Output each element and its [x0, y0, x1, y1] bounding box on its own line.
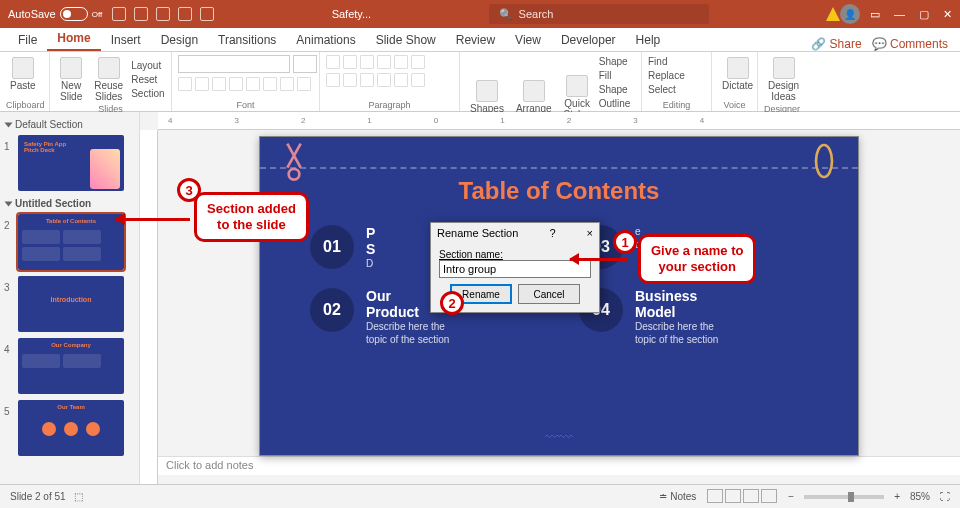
- thumb-row-5[interactable]: 5 Our Team: [0, 398, 139, 460]
- reuse-slides-button[interactable]: Reuse Slides: [90, 55, 127, 104]
- autosave-switch-icon[interactable]: [60, 7, 88, 21]
- slide-thumb-3[interactable]: Introduction: [18, 276, 124, 332]
- layout-button[interactable]: Layout: [131, 59, 164, 73]
- tab-home[interactable]: Home: [47, 27, 100, 51]
- annotation-circle-3: 3: [177, 178, 201, 202]
- slide-title[interactable]: Table of Contents: [260, 137, 858, 205]
- align-right-icon[interactable]: [360, 73, 374, 87]
- paste-button[interactable]: Paste: [6, 55, 40, 93]
- tab-slide-show[interactable]: Slide Show: [366, 29, 446, 51]
- arrange-icon: [523, 80, 545, 102]
- reset-button[interactable]: Reset: [131, 73, 164, 87]
- align-left-icon[interactable]: [326, 73, 340, 87]
- ribbon-font: Font: [172, 52, 320, 111]
- indent-inc-icon[interactable]: [377, 55, 391, 69]
- sorter-view-icon[interactable]: [725, 489, 741, 503]
- find-button[interactable]: Find: [648, 55, 685, 69]
- dashed-line-decoration: [260, 167, 858, 169]
- warning-icon[interactable]: [826, 7, 840, 21]
- shadow-icon[interactable]: [246, 77, 260, 91]
- slide-thumb-1[interactable]: Safety Pin App Pitch Deck: [18, 135, 124, 191]
- save-icon[interactable]: [112, 7, 126, 21]
- notes-toggle[interactable]: ≐ Notes: [659, 491, 696, 502]
- arrange-button[interactable]: Arrange: [512, 78, 556, 116]
- select-button[interactable]: Select: [648, 83, 685, 97]
- zoom-in-icon[interactable]: +: [894, 491, 900, 502]
- section-button[interactable]: Section: [131, 87, 164, 101]
- font-size-field[interactable]: [293, 55, 317, 73]
- tab-file[interactable]: File: [8, 29, 47, 51]
- zoom-level[interactable]: 85%: [910, 491, 930, 502]
- comments-button[interactable]: 💬 Comments: [872, 37, 948, 51]
- maximize-icon[interactable]: ▢: [919, 8, 929, 21]
- shape-fill-button[interactable]: Shape Fill: [599, 55, 635, 83]
- numbering-icon[interactable]: [343, 55, 357, 69]
- font-name-field[interactable]: [178, 55, 290, 73]
- document-name[interactable]: Safety...: [332, 8, 372, 20]
- thumb-row-4[interactable]: 4 Our Company: [0, 336, 139, 398]
- design-ideas-button[interactable]: Design Ideas: [764, 55, 803, 104]
- strike-icon[interactable]: [229, 77, 243, 91]
- indent-dec-icon[interactable]: [360, 55, 374, 69]
- section-untitled[interactable]: Untitled Section: [0, 195, 139, 212]
- qat-dropdown-icon[interactable]: [200, 7, 214, 21]
- redo-icon[interactable]: [156, 7, 170, 21]
- zoom-out-icon[interactable]: −: [788, 491, 794, 502]
- dictate-button[interactable]: Dictate: [718, 55, 757, 93]
- reading-view-icon[interactable]: [743, 489, 759, 503]
- font-color-icon[interactable]: [297, 77, 311, 91]
- replace-button[interactable]: Replace: [648, 69, 685, 83]
- justify-icon[interactable]: [377, 73, 391, 87]
- section-default[interactable]: Default Section: [0, 116, 139, 133]
- annotation-arrow-1: [570, 258, 628, 261]
- bullets-icon[interactable]: [326, 55, 340, 69]
- normal-view-icon[interactable]: [707, 489, 723, 503]
- spacing-icon[interactable]: [263, 77, 277, 91]
- ribbon-drawing: Shapes Arrange Quick Styles Shape Fill S…: [460, 52, 642, 111]
- text-dir-icon[interactable]: [411, 55, 425, 69]
- cancel-button[interactable]: Cancel: [518, 284, 580, 304]
- tab-help[interactable]: Help: [626, 29, 671, 51]
- underline-icon[interactable]: [212, 77, 226, 91]
- undo-icon[interactable]: [134, 7, 148, 21]
- slide-thumb-4[interactable]: Our Company: [18, 338, 124, 394]
- line-spacing-icon[interactable]: [394, 55, 408, 69]
- minimize-icon[interactable]: —: [894, 8, 905, 21]
- notes-pane[interactable]: Click to add notes: [158, 456, 960, 475]
- columns-icon[interactable]: [394, 73, 408, 87]
- thumb-row-3[interactable]: 3 Introduction: [0, 274, 139, 336]
- user-avatar[interactable]: 👤: [840, 4, 860, 24]
- shape-outline-button[interactable]: Shape Outline: [599, 83, 635, 111]
- toc-item-04[interactable]: 04 Business ModelDescribe here the topic…: [579, 288, 808, 346]
- fit-slide-icon[interactable]: ⛶: [940, 491, 950, 502]
- align-center-icon[interactable]: [343, 73, 357, 87]
- tab-insert[interactable]: Insert: [101, 29, 151, 51]
- shapes-button[interactable]: Shapes: [466, 78, 508, 116]
- tab-view[interactable]: View: [505, 29, 551, 51]
- tab-design[interactable]: Design: [151, 29, 208, 51]
- italic-icon[interactable]: [195, 77, 209, 91]
- autosave-toggle[interactable]: AutoSave Off: [8, 7, 102, 21]
- accessibility-icon[interactable]: ⬚: [74, 491, 83, 502]
- slide-thumb-2[interactable]: Table of Contents: [18, 214, 124, 270]
- tab-animations[interactable]: Animations: [286, 29, 365, 51]
- slideshow-view-icon[interactable]: [761, 489, 777, 503]
- tab-developer[interactable]: Developer: [551, 29, 626, 51]
- close-icon[interactable]: ✕: [943, 8, 952, 21]
- thumb-row-1[interactable]: 1 Safety Pin App Pitch Deck: [0, 133, 139, 195]
- zoom-slider[interactable]: [804, 495, 884, 499]
- new-slide-button[interactable]: New Slide: [56, 55, 86, 104]
- slide-counter[interactable]: Slide 2 of 51: [10, 491, 66, 502]
- tab-transitions[interactable]: Transitions: [208, 29, 286, 51]
- bold-icon[interactable]: [178, 77, 192, 91]
- dialog-close-icon[interactable]: ×: [587, 227, 593, 239]
- case-icon[interactable]: [280, 77, 294, 91]
- start-icon[interactable]: [178, 7, 192, 21]
- tab-review[interactable]: Review: [446, 29, 505, 51]
- dialog-help[interactable]: ?: [518, 227, 586, 239]
- smartart-icon[interactable]: [411, 73, 425, 87]
- share-button[interactable]: 🔗 Share: [811, 37, 861, 51]
- ribbon-options-icon[interactable]: ▭: [870, 8, 880, 21]
- search-box[interactable]: 🔍 Search: [489, 4, 709, 24]
- slide-thumb-5[interactable]: Our Team: [18, 400, 124, 456]
